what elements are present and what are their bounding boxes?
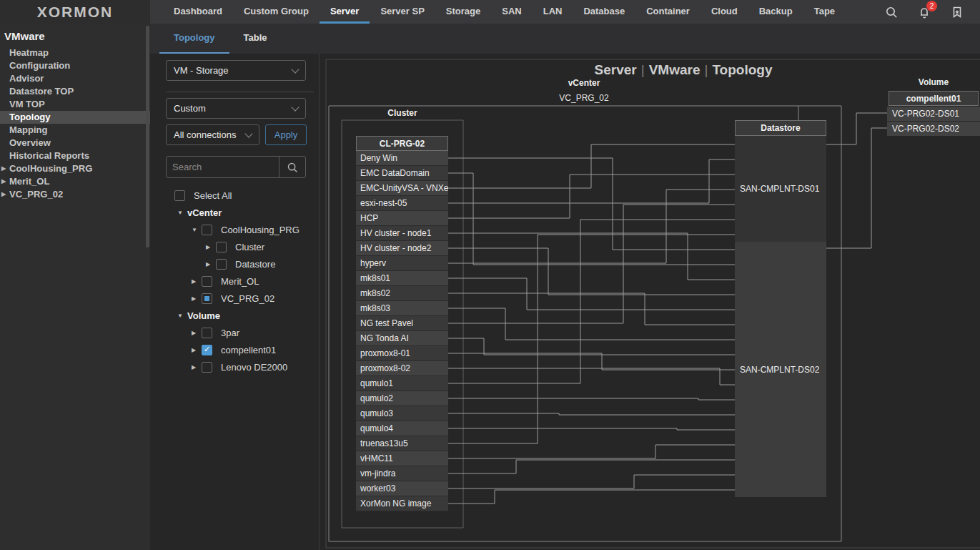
- vm-node[interactable]: truenas13u5: [356, 436, 448, 451]
- nav-item-custom-group[interactable]: Custom Group: [233, 0, 320, 24]
- sidebar-scrollbar[interactable]: [146, 26, 149, 247]
- collapse-icon[interactable]: ▼: [192, 227, 202, 233]
- expand-icon[interactable]: ▶: [1, 162, 6, 175]
- sidebar-item-vm-top[interactable]: VM TOP: [0, 98, 150, 111]
- volume-node-header[interactable]: compellent01: [889, 91, 979, 106]
- sidebar-item-merit-ol[interactable]: ▶Merit_OL: [0, 175, 150, 188]
- tab-topology[interactable]: Topology: [159, 24, 229, 54]
- cluster-node-header[interactable]: CL-PRG-02: [356, 136, 448, 151]
- sidebar-item-overview[interactable]: Overview: [0, 137, 150, 149]
- collapse-icon[interactable]: ▼: [177, 313, 187, 319]
- vm-node[interactable]: vHMC11: [356, 451, 448, 466]
- sidebar-item-datastore-top[interactable]: Datastore TOP: [0, 85, 150, 98]
- expand-icon[interactable]: ▶: [192, 364, 202, 370]
- sidebar-item-configuration[interactable]: Configuration: [0, 59, 150, 72]
- sidebar-item-coolhousing-prg[interactable]: ▶CoolHousing_PRG: [0, 162, 150, 175]
- mode-select[interactable]: Custom: [166, 98, 306, 119]
- bookmark-icon[interactable]: [950, 5, 964, 19]
- vm-node[interactable]: esxi-nest-05: [356, 196, 448, 211]
- expand-icon[interactable]: ▶: [1, 188, 6, 201]
- expand-icon[interactable]: ▶: [1, 175, 6, 188]
- tree-item-lenovo-de2000[interactable]: ▶Lenovo DE2000: [150, 358, 319, 375]
- tree-item-volume[interactable]: ▼Volume: [150, 307, 319, 324]
- tree-item-select-all[interactable]: Select All: [150, 187, 319, 204]
- sidebar-item-heatmap[interactable]: Heatmap: [0, 46, 150, 59]
- search-input[interactable]: [167, 162, 279, 172]
- nav-item-tape[interactable]: Tape: [803, 0, 846, 24]
- vm-node[interactable]: mk8s02: [356, 286, 448, 301]
- notifications-icon[interactable]: 2: [917, 5, 931, 19]
- expand-icon[interactable]: ▶: [192, 278, 202, 285]
- vm-node[interactable]: HCP: [356, 211, 448, 226]
- search-icon[interactable]: [884, 5, 899, 19]
- tree-item-merit-ol[interactable]: ▶Merit_OL: [150, 272, 319, 290]
- checkbox-unchecked[interactable]: [216, 242, 227, 252]
- vm-node[interactable]: EMC DataDomain: [356, 166, 448, 181]
- checkbox-unchecked[interactable]: [216, 259, 227, 270]
- apply-button[interactable]: Apply: [265, 124, 307, 145]
- datastore-node[interactable]: SAN-CMPLNT-DS02: [735, 242, 826, 497]
- expand-icon[interactable]: ▶: [206, 261, 216, 267]
- vm-node[interactable]: qumulo2: [356, 391, 448, 406]
- nav-item-san[interactable]: SAN: [491, 0, 532, 24]
- sidebar-item-vc-prg-02[interactable]: ▶VC_PRG_02: [0, 188, 150, 201]
- nav-item-lan[interactable]: LAN: [533, 0, 573, 24]
- vm-node[interactable]: mk8s01: [356, 271, 448, 286]
- vm-node[interactable]: qumulo3: [356, 406, 448, 421]
- expand-icon[interactable]: ▶: [192, 295, 202, 302]
- expand-icon[interactable]: ▶: [206, 244, 216, 250]
- sidebar-item-advisor[interactable]: Advisor: [0, 72, 150, 85]
- datastore-node[interactable]: SAN-CMPLNT-DS01: [735, 136, 826, 242]
- vm-node[interactable]: worker03: [356, 481, 448, 496]
- checkbox-indeterminate[interactable]: [202, 293, 212, 304]
- tree-item-compellent01[interactable]: ▶compellent01: [150, 341, 319, 358]
- checkbox-checked[interactable]: [202, 345, 212, 355]
- collapse-icon[interactable]: ▼: [177, 210, 187, 216]
- expand-icon[interactable]: ▶: [192, 330, 202, 336]
- expand-icon[interactable]: ▶: [192, 347, 202, 353]
- checkbox-unchecked[interactable]: [174, 190, 185, 201]
- vm-node[interactable]: proxmox8-02: [356, 361, 448, 376]
- tree-item-vcenter[interactable]: ▼vCenter: [150, 204, 319, 221]
- vm-node[interactable]: Deny Win: [356, 151, 448, 166]
- vm-node[interactable]: vm-jindra: [356, 466, 448, 481]
- vm-node[interactable]: NG test Pavel: [356, 316, 448, 331]
- nav-item-server-sp[interactable]: Server SP: [370, 0, 435, 24]
- checkbox-unchecked[interactable]: [202, 225, 212, 235]
- sidebar-item-mapping[interactable]: Mapping: [0, 124, 150, 137]
- vm-node[interactable]: qumulo4: [356, 421, 448, 436]
- volume-item[interactable]: VC-PRG02-DS02: [887, 122, 980, 136]
- vcenter-node-label[interactable]: VC_PRG_02: [513, 93, 655, 103]
- sidebar-item-topology[interactable]: Topology: [0, 111, 150, 124]
- search-icon[interactable]: [279, 162, 305, 173]
- tree-item-3par[interactable]: ▶3par: [150, 324, 319, 341]
- tree-item-cluster[interactable]: ▶Cluster: [150, 238, 319, 255]
- nav-item-container[interactable]: Container: [635, 0, 701, 24]
- nav-item-dashboard[interactable]: Dashboard: [163, 0, 233, 24]
- nav-item-database[interactable]: Database: [573, 0, 635, 24]
- nav-item-backup[interactable]: Backup: [748, 0, 803, 24]
- nav-item-storage[interactable]: Storage: [435, 0, 491, 24]
- view-type-select[interactable]: VM - Storage: [166, 60, 306, 81]
- vm-node[interactable]: XorMon NG image: [356, 496, 448, 511]
- tree-item-datastore[interactable]: ▶Datastore: [150, 255, 319, 272]
- connections-select[interactable]: All connections: [166, 124, 259, 145]
- nav-item-server[interactable]: Server: [320, 0, 370, 24]
- checkbox-unchecked[interactable]: [202, 328, 212, 338]
- vm-node[interactable]: EMC-UnityVSA - VNXe: [356, 181, 448, 196]
- vm-node[interactable]: HV cluster - node2: [356, 241, 448, 256]
- checkbox-unchecked[interactable]: [202, 362, 212, 373]
- sidebar-item-historical-reports[interactable]: Historical Reports: [0, 149, 150, 162]
- vm-node[interactable]: hyperv: [356, 256, 448, 271]
- nav-item-cloud[interactable]: Cloud: [701, 0, 748, 24]
- tree-item-vc-prg-02[interactable]: ▶VC_PRG_02: [150, 290, 319, 307]
- vm-node[interactable]: mk8s03: [356, 301, 448, 316]
- vm-node[interactable]: NG Tonda AI: [356, 331, 448, 346]
- volume-item[interactable]: VC-PRG02-DS01: [887, 107, 980, 121]
- vm-node[interactable]: proxmox8-01: [356, 346, 448, 361]
- checkbox-unchecked[interactable]: [202, 276, 212, 287]
- tab-table[interactable]: Table: [229, 24, 282, 54]
- tree-item-coolhousing-prg[interactable]: ▼CoolHousing_PRG: [150, 221, 319, 238]
- vm-node[interactable]: HV cluster - node1: [356, 226, 448, 241]
- vm-node[interactable]: qumulo1: [356, 376, 448, 391]
